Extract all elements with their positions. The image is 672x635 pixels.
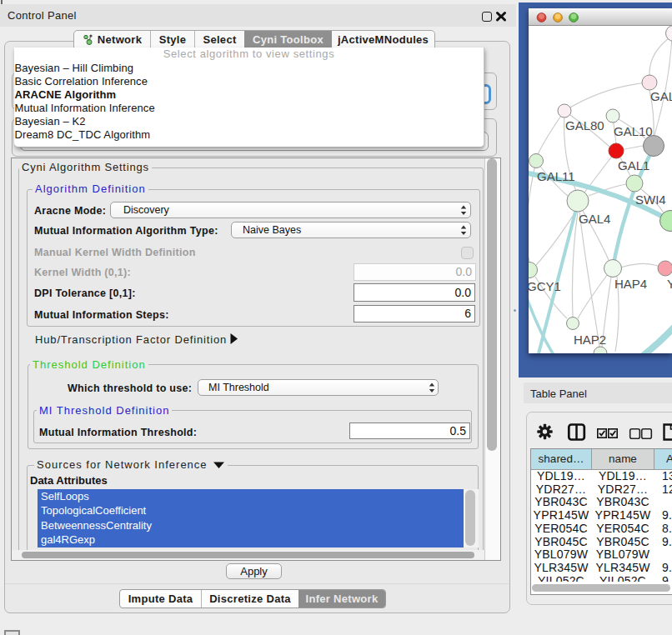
svg-text:GAL10: GAL10: [614, 124, 653, 138]
svg-text:GAL11: GAL11: [537, 169, 575, 183]
svg-text:HAP2: HAP2: [574, 332, 606, 347]
svg-text:YB: YB: [667, 277, 672, 291]
svg-text:GAL1: GAL1: [618, 158, 649, 172]
svg-text:GAL7: GAL7: [650, 89, 672, 103]
svg-text:SWI4: SWI4: [635, 192, 666, 207]
svg-text:GCY1: GCY1: [529, 279, 561, 293]
svg-text:HAP4: HAP4: [614, 277, 647, 291]
svg-text:GAL80: GAL80: [565, 118, 604, 132]
svg-text:GAL4: GAL4: [579, 212, 610, 226]
